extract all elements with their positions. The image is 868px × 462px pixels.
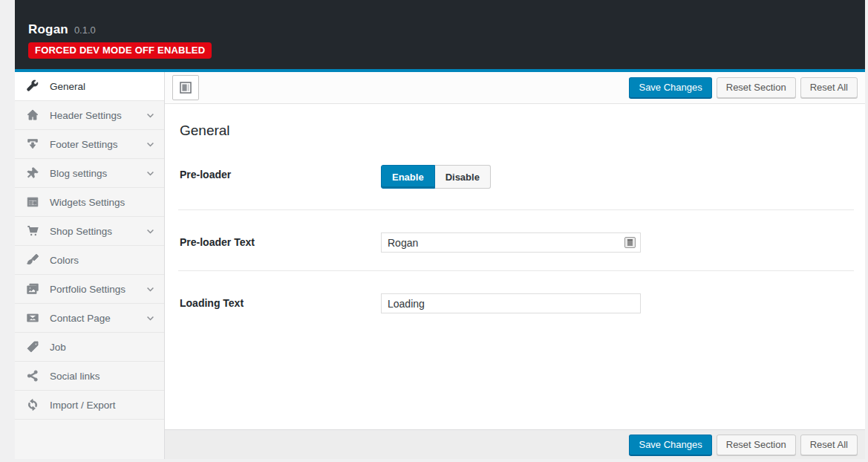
section-title: General [180, 123, 854, 139]
chevron-down-icon [146, 140, 155, 149]
field-row-preloader-text: Pre-loader Text [178, 210, 854, 271]
preloader-buttonset: Enable Disable [381, 165, 491, 189]
sidebar-item-header-settings[interactable]: Header Settings [15, 101, 164, 130]
sync-icon [25, 397, 40, 412]
preloader-disable-option[interactable]: Disable [435, 165, 491, 189]
brush-icon [25, 253, 40, 267]
sidebar-item-label: Import / Export [50, 400, 116, 411]
reset-section-button[interactable]: Reset Section [717, 77, 796, 98]
chevron-down-icon [146, 169, 155, 178]
sidebar-item-portfolio-settings[interactable]: Portfolio Settings [15, 275, 164, 304]
sidebar-item-import-export[interactable]: Import / Export [15, 391, 164, 420]
home-icon [25, 108, 40, 123]
expand-options-button[interactable] [172, 75, 199, 100]
field-label: Pre-loader Text [180, 232, 381, 248]
sidebar-item-label: Widgets Settings [50, 197, 125, 208]
sidebar-item-label: Colors [50, 255, 79, 266]
section-content: General Pre-loader Enable Disable Pre-lo… [165, 104, 865, 429]
footer-icon [25, 137, 40, 152]
sidebar-item-label: Shop Settings [50, 226, 112, 237]
sidebar-filler [15, 420, 164, 459]
pushpin-icon [25, 166, 40, 180]
sidebar-item-colors[interactable]: Colors [15, 246, 164, 275]
sidebar-item-label: Contact Page [50, 313, 111, 324]
save-changes-button[interactable]: Save Changes [629, 77, 711, 98]
panel-header: Rogan 0.1.0 FORCED DEV MODE OFF ENABLED [15, 0, 865, 69]
sidebar-item-job[interactable]: Job [15, 333, 164, 362]
input-extension-icon[interactable] [624, 237, 636, 248]
sidebar-item-label: Social links [50, 371, 100, 382]
theme-options-panel: Rogan 0.1.0 FORCED DEV MODE OFF ENABLED … [15, 0, 865, 459]
dev-mode-badge: FORCED DEV MODE OFF ENABLED [28, 42, 212, 59]
preloader-text-input[interactable] [381, 232, 641, 253]
reset-all-button[interactable]: Reset All [800, 77, 858, 98]
settings-sidebar: General Header Settings Footer Settings [15, 72, 165, 459]
tag-icon [25, 339, 40, 354]
top-toolbar: Save Changes Reset Section Reset All [165, 72, 865, 104]
field-label: Pre-loader [180, 165, 381, 180]
field-label: Loading Text [180, 293, 381, 309]
layout-expand-icon [178, 80, 193, 95]
chevron-down-icon [146, 284, 155, 294]
main-area: Save Changes Reset Section Reset All Gen… [165, 72, 865, 459]
sidebar-item-label: Header Settings [50, 110, 122, 121]
sidebar-item-label: General [50, 81, 85, 92]
images-icon [25, 282, 40, 296]
widgets-icon [25, 195, 40, 209]
theme-version: 0.1.0 [74, 25, 96, 36]
save-changes-button-bottom[interactable]: Save Changes [629, 435, 711, 455]
chevron-down-icon [146, 111, 155, 120]
sidebar-item-label: Blog settings [50, 168, 107, 179]
sidebar-item-widgets-settings[interactable]: Widgets Settings [15, 188, 164, 217]
field-row-loading-text: Loading Text [178, 271, 854, 331]
sidebar-item-contact-page[interactable]: Contact Page [15, 304, 164, 333]
wrench-icon [25, 79, 40, 94]
sidebar-item-blog-settings[interactable]: Blog settings [15, 159, 164, 188]
bottom-toolbar: Save Changes Reset Section Reset All [165, 429, 865, 459]
field-row-preloader: Pre-loader Enable Disable [178, 139, 854, 210]
reset-section-button-bottom[interactable]: Reset Section [717, 435, 796, 455]
theme-name: Rogan [28, 22, 68, 37]
sidebar-item-footer-settings[interactable]: Footer Settings [15, 130, 164, 159]
reset-all-button-bottom[interactable]: Reset All [800, 435, 858, 455]
share-icon [25, 368, 40, 383]
chevron-down-icon [146, 227, 155, 236]
preloader-enable-option[interactable]: Enable [381, 165, 435, 189]
sidebar-item-label: Footer Settings [50, 139, 118, 150]
email-icon [25, 310, 40, 325]
cart-icon [25, 224, 40, 238]
sidebar-item-shop-settings[interactable]: Shop Settings [15, 217, 164, 246]
sidebar-item-label: Portfolio Settings [50, 284, 125, 295]
sidebar-item-general[interactable]: General [15, 72, 164, 101]
loading-text-input[interactable] [381, 293, 641, 313]
sidebar-item-social-links[interactable]: Social links [15, 362, 164, 391]
sidebar-item-label: Job [50, 342, 66, 353]
chevron-down-icon [146, 313, 155, 323]
